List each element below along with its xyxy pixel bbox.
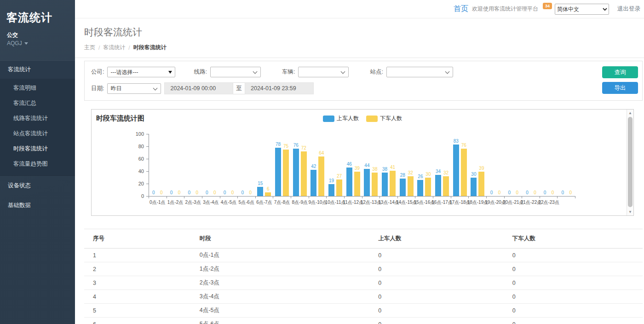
table-cell: 5点-6点 (196, 318, 374, 324)
bar[interactable] (417, 180, 423, 196)
bar-column: 0 (489, 190, 494, 196)
bar[interactable] (257, 187, 263, 196)
bar[interactable] (408, 176, 414, 196)
bar[interactable] (283, 150, 289, 196)
vehicle-select[interactable] (298, 67, 349, 77)
bar[interactable] (478, 172, 484, 196)
bar-column: 46 (346, 162, 352, 196)
sidebar-item-passenger-stats[interactable]: 客流统计 (0, 61, 75, 79)
bar-column: 0 (158, 190, 164, 196)
bar[interactable] (400, 179, 406, 196)
bar-value-label: 76 (461, 143, 466, 148)
company-select[interactable]: ---请选择--- (107, 67, 175, 77)
bar[interactable] (318, 156, 324, 196)
table-cell: 4点-5点 (196, 304, 374, 318)
export-button[interactable]: 导出 (602, 82, 638, 94)
bar-column: 39 (478, 166, 484, 196)
bar[interactable] (435, 175, 441, 196)
language-select[interactable]: 简体中文 (555, 4, 609, 15)
search-button[interactable]: 查询 (602, 66, 638, 78)
menu-section-passenger-stats: 客流统计 客流明细客流汇总线路客流统计站点客流统计时段客流统计客流量趋势图 (0, 60, 75, 176)
x-axis-ticks (149, 197, 575, 198)
bar-value-label: 72 (301, 145, 306, 151)
bar[interactable] (310, 170, 316, 196)
org-code-dropdown[interactable]: AQGJ (0, 40, 75, 55)
table-row: 10点-1点00 (84, 249, 643, 262)
bar[interactable] (453, 145, 459, 196)
bar[interactable] (390, 171, 396, 196)
bar[interactable] (328, 184, 334, 196)
bar-column: 6 (265, 186, 271, 196)
bar[interactable] (301, 151, 307, 196)
logout-link[interactable]: 退出登录 (617, 5, 640, 13)
table-header-row: 序号 时段 上车人数 下车人数 (84, 229, 643, 249)
company-label: 公司: (91, 68, 104, 76)
bar-group: 00 (220, 134, 238, 196)
bar[interactable] (275, 148, 281, 196)
sidebar-item-link[interactable]: 站点客流统计 (0, 126, 75, 141)
table-cell: 0 (509, 304, 643, 318)
bar-group: 00 (487, 134, 505, 196)
bar-value-label: 34 (436, 169, 441, 174)
legend-item[interactable]: 上车人数 (323, 115, 359, 122)
notification-badge[interactable]: 34 (543, 3, 552, 9)
table-cell: 1点-2点 (196, 262, 374, 276)
scroll-up-icon[interactable]: ▲ (627, 111, 633, 115)
scroll-down-icon[interactable]: ▼ (627, 210, 633, 214)
bar-value-label: 38 (372, 167, 377, 172)
sidebar-item-top[interactable]: 基础数据 (0, 196, 75, 215)
bar[interactable] (293, 149, 299, 196)
sidebar-item-link[interactable]: 客流汇总 (0, 96, 75, 111)
bar[interactable] (425, 178, 431, 197)
y-axis-tick-label: 40 (128, 168, 144, 174)
breadcrumb-home[interactable]: 主页 (84, 44, 95, 52)
start-datetime-input[interactable]: 2024-01-09 00:00 (164, 82, 233, 94)
sidebar-item-link[interactable]: 线路客流统计 (0, 111, 75, 126)
home-link[interactable]: 首页 (454, 4, 468, 14)
vehicle-select-wrap (298, 67, 349, 77)
bar-column: 0 (150, 190, 156, 196)
bar[interactable] (443, 176, 449, 196)
bar-value-label: 0 (526, 190, 529, 196)
bar[interactable] (461, 149, 467, 196)
bar-value-label: 26 (418, 174, 423, 179)
bar[interactable] (354, 172, 360, 196)
breadcrumb-passenger-stats[interactable]: 客流统计 (103, 44, 125, 52)
x-axis-tick (398, 197, 416, 198)
station-select[interactable] (386, 67, 453, 77)
line-select[interactable] (210, 67, 261, 77)
bar-value-label: 0 (534, 190, 536, 196)
station-label: 站点: (370, 68, 383, 76)
legend-item[interactable]: 下车人数 (366, 115, 402, 122)
x-axis-tick-label: 14点-15点 (397, 199, 415, 206)
line-label: 线路: (194, 68, 207, 76)
bar-column: 0 (496, 190, 502, 196)
end-datetime-input[interactable]: 2024-01-09 23:59 (245, 82, 314, 94)
table-cell: 2点-3点 (196, 276, 374, 290)
bar-column: 83 (453, 139, 459, 196)
sidebar-item-link[interactable]: 客流明细 (0, 81, 75, 96)
chart-scrollbar[interactable]: ▲ ▼ (627, 110, 633, 215)
bar[interactable] (372, 173, 378, 196)
bar[interactable] (336, 179, 342, 196)
bar-column: 75 (283, 144, 289, 196)
table-cell: 4 (84, 290, 196, 304)
bar[interactable] (471, 178, 477, 197)
bar-value-label: 38 (382, 167, 387, 172)
bar-value-label: 42 (311, 164, 316, 169)
date-range-select[interactable]: 昨日 (107, 83, 161, 94)
bar[interactable] (364, 169, 370, 196)
sidebar-item-top[interactable]: 设备状态 (0, 176, 75, 196)
x-axis-tick (202, 197, 220, 198)
x-axis-tick (558, 197, 575, 198)
sidebar-item-current[interactable]: 时段客流统计 (0, 141, 75, 156)
x-axis-tick (540, 197, 558, 198)
scrollbar-thumb[interactable] (628, 117, 632, 207)
bar[interactable] (346, 168, 352, 196)
x-axis-tick-label: 0点-1点 (149, 199, 167, 206)
sidebar-item-link[interactable]: 客流量趋势图 (0, 156, 75, 172)
table-cell: 0 (374, 276, 508, 290)
bar[interactable] (265, 192, 271, 196)
x-axis-tick-label: 17点-18点 (451, 199, 469, 206)
bar[interactable] (382, 173, 388, 196)
